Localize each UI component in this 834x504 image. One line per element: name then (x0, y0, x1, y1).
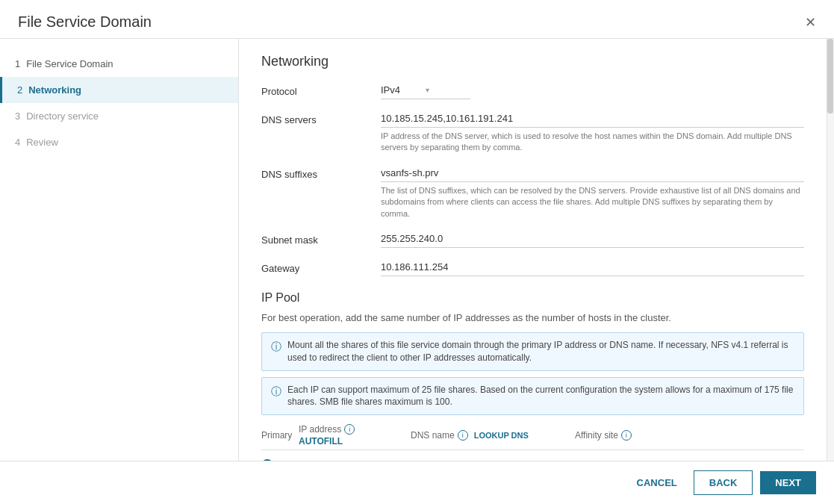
content-title: Networking (261, 54, 804, 69)
subnet-mask-row: Subnet mask (261, 230, 804, 248)
ip-row-1: Either ▾ (261, 453, 804, 461)
subnet-mask-field (381, 230, 804, 248)
affinity-chevron-1: ▾ (623, 459, 672, 461)
sidebar-item-directory-service[interactable]: 3 Directory service (0, 103, 238, 129)
ip-input-1[interactable] (299, 459, 403, 461)
protocol-value: IPv4 (381, 84, 426, 96)
col-header-dns: DNS name i LOOKUP DNS (411, 430, 575, 441)
step-1-num: 1 (15, 58, 20, 69)
col-header-primary: Primary (261, 430, 299, 441)
affinity-select-1[interactable]: Either ▾ (575, 458, 672, 461)
sidebar-item-networking[interactable]: 2 Networking (0, 77, 238, 103)
info-text-1: Mount all the shares of this file servic… (287, 339, 794, 364)
next-button[interactable]: NEXT (760, 471, 816, 494)
dns-servers-field: IP address of the DNS server, which is u… (381, 110, 804, 154)
cancel-button[interactable]: CANCEL (628, 471, 686, 494)
close-button[interactable]: ✕ (805, 16, 816, 29)
scrollbar-thumb[interactable] (827, 39, 833, 113)
sidebar: 1 File Service Domain 2 Networking 3 Dir… (0, 39, 239, 461)
modal-footer: CANCEL BACK NEXT (0, 461, 834, 504)
modal-title: File Service Domain (18, 13, 152, 31)
radio-primary-1[interactable] (261, 459, 273, 461)
col-dns-1 (411, 459, 575, 461)
ip-pool-description: For best operation, add the same number … (261, 312, 804, 323)
gateway-row: Gateway (261, 258, 804, 276)
info-text-2: Each IP can support maximum of 25 file s… (287, 384, 794, 409)
step-2-num: 2 (17, 84, 22, 96)
content-area: Networking Protocol IPv4 ▾ DNS servers I… (239, 39, 827, 461)
info-box-2: ⓘ Each IP can support maximum of 25 file… (261, 377, 804, 416)
col-header-ip: IP address i AUTOFILL (299, 424, 411, 447)
step-4-num: 4 (15, 137, 20, 148)
step-2-label: Networking (28, 84, 81, 96)
protocol-label: Protocol (261, 81, 381, 97)
gateway-label: Gateway (261, 258, 381, 274)
step-1-label: File Service Domain (26, 58, 113, 69)
col-primary-1 (261, 459, 299, 461)
gateway-input[interactable] (381, 258, 804, 276)
chevron-down-icon: ▾ (426, 86, 470, 94)
protocol-field: IPv4 ▾ (381, 81, 804, 99)
back-button[interactable]: BACK (694, 470, 753, 495)
dns-suffixes-field: The list of DNS suffixes, which can be r… (381, 164, 804, 220)
step-4-label: Review (26, 137, 58, 148)
affinity-info-icon[interactable]: i (621, 430, 632, 441)
info-icon-2: ⓘ (271, 385, 281, 399)
affinity-value-1: Either (575, 459, 623, 461)
dns-suffixes-row: DNS suffixes The list of DNS suffixes, w… (261, 164, 804, 220)
ip-table-header: Primary IP address i AUTOFILL DNS name i (261, 421, 804, 450)
info-box-1: ⓘ Mount all the shares of this file serv… (261, 332, 804, 371)
step-3-label: Directory service (26, 111, 99, 122)
dns-name-info-icon[interactable]: i (458, 430, 468, 441)
info-icon-1: ⓘ (271, 340, 281, 355)
dns-suffixes-label: DNS suffixes (261, 164, 381, 180)
step-3-num: 3 (15, 111, 20, 122)
dns-servers-hint: IP address of the DNS server, which is u… (381, 131, 804, 154)
scrollbar-track (827, 39, 834, 461)
subnet-mask-label: Subnet mask (261, 230, 381, 246)
autofill-link[interactable]: AUTOFILL (299, 436, 343, 447)
subnet-mask-input[interactable] (381, 230, 804, 248)
protocol-select[interactable]: IPv4 ▾ (381, 81, 470, 99)
modal-body: 1 File Service Domain 2 Networking 3 Dir… (0, 39, 834, 461)
ip-pool-title: IP Pool (261, 291, 804, 305)
col-ip-1 (299, 459, 411, 461)
dns-suffixes-hint: The list of DNS suffixes, which can be r… (381, 185, 804, 220)
lookup-dns-button[interactable]: LOOKUP DNS (474, 431, 529, 440)
col-affinity-1: Either ▾ (575, 458, 694, 461)
modal-header: File Service Domain ✕ (0, 0, 834, 39)
gateway-field (381, 258, 804, 276)
col-header-affinity: Affinity site i (575, 430, 694, 441)
dns-suffixes-input[interactable] (381, 164, 804, 182)
dns-servers-input[interactable] (381, 110, 804, 128)
dns-servers-label: DNS servers (261, 110, 381, 125)
dns-servers-row: DNS servers IP address of the DNS server… (261, 110, 804, 154)
ip-address-info-icon[interactable]: i (344, 424, 355, 435)
modal: File Service Domain ✕ 1 File Service Dom… (0, 0, 834, 504)
dns-input-1[interactable] (411, 459, 560, 461)
sidebar-item-review[interactable]: 4 Review (0, 129, 238, 155)
sidebar-item-file-service-domain[interactable]: 1 File Service Domain (0, 51, 238, 77)
protocol-row: Protocol IPv4 ▾ (261, 81, 804, 99)
